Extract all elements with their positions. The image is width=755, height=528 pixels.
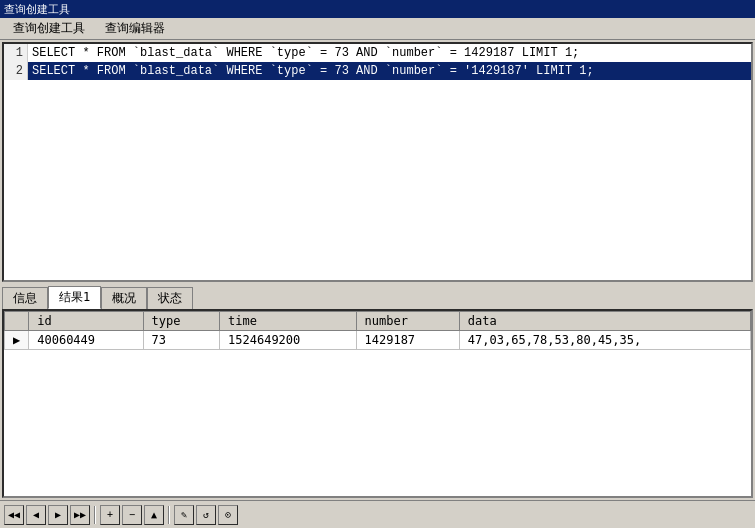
cell-time: 1524649200	[220, 331, 356, 350]
col-type: type	[143, 312, 219, 331]
title-text: 查询创建工具	[4, 2, 70, 17]
add-record-button[interactable]: +	[100, 505, 120, 525]
row-indicator: ▶	[5, 331, 29, 350]
cell-number: 1429187	[356, 331, 459, 350]
bottom-toolbar: ◀◀ ◀ ▶ ▶▶ + − ▲ ✎ ↺ ⊙	[0, 500, 755, 528]
results-table: id type time number data ▶ 40060449 73 1…	[4, 311, 751, 350]
sql-line-2[interactable]: 2 SELECT * FROM `blast_data` WHERE `type…	[4, 62, 751, 80]
cell-id: 40060449	[29, 331, 143, 350]
sql-editor[interactable]: 1 SELECT * FROM `blast_data` WHERE `type…	[2, 42, 753, 282]
toolbar-separator-1	[94, 506, 96, 524]
cell-data: 47,03,65,78,53,80,45,35,	[459, 331, 750, 350]
tab-results1[interactable]: 结果1	[48, 286, 101, 309]
line-content-2: SELECT * FROM `blast_data` WHERE `type` …	[28, 62, 594, 80]
col-id: id	[29, 312, 143, 331]
upload-button[interactable]: ▲	[144, 505, 164, 525]
tab-status[interactable]: 状态	[147, 287, 193, 309]
menu-item-query-builder[interactable]: 查询创建工具	[4, 17, 94, 40]
title-bar: 查询创建工具	[0, 0, 755, 18]
settings-button[interactable]: ⊙	[218, 505, 238, 525]
tab-info[interactable]: 信息	[2, 287, 48, 309]
refresh-button[interactable]: ↺	[196, 505, 216, 525]
delete-record-button[interactable]: −	[122, 505, 142, 525]
table-row[interactable]: ▶ 40060449 73 1524649200 1429187 47,03,6…	[5, 331, 751, 350]
toolbar-separator-2	[168, 506, 170, 524]
sql-line-1[interactable]: 1 SELECT * FROM `blast_data` WHERE `type…	[4, 44, 751, 62]
table-header-row: id type time number data	[5, 312, 751, 331]
col-data: data	[459, 312, 750, 331]
col-number: number	[356, 312, 459, 331]
results-panel[interactable]: id type time number data ▶ 40060449 73 1…	[2, 309, 753, 498]
col-time: time	[220, 312, 356, 331]
cell-type: 73	[143, 331, 219, 350]
line-content-1: SELECT * FROM `blast_data` WHERE `type` …	[28, 44, 579, 62]
line-number-1: 1	[4, 44, 28, 62]
edit-button[interactable]: ✎	[174, 505, 194, 525]
line-number-2: 2	[4, 62, 28, 80]
prev-record-button[interactable]: ◀	[26, 505, 46, 525]
menu-item-query-editor[interactable]: 查询编辑器	[96, 17, 174, 40]
last-record-button[interactable]: ▶▶	[70, 505, 90, 525]
main-area: 1 SELECT * FROM `blast_data` WHERE `type…	[0, 40, 755, 528]
next-record-button[interactable]: ▶	[48, 505, 68, 525]
menu-bar: 查询创建工具 查询编辑器	[0, 18, 755, 40]
first-record-button[interactable]: ◀◀	[4, 505, 24, 525]
tab-overview[interactable]: 概况	[101, 287, 147, 309]
col-indicator	[5, 312, 29, 331]
tabs-area: 信息 结果1 概况 状态	[0, 282, 755, 309]
